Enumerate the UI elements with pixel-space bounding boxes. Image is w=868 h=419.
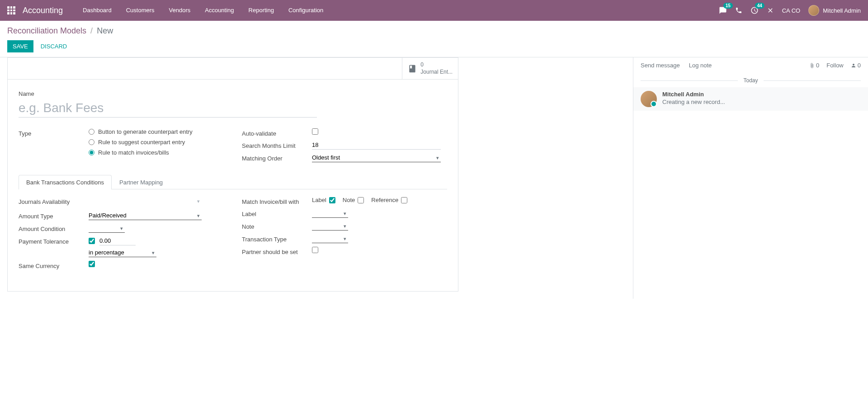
- payment-tolerance-label: Payment Tolerance: [19, 236, 89, 245]
- discard-button[interactable]: Discard: [35, 40, 73, 52]
- user-avatar: [808, 5, 819, 16]
- match-label-text: Label: [312, 197, 326, 203]
- notebook-tabs: Bank Transactions Conditions Partner Map…: [19, 175, 447, 189]
- type-radio-suggest[interactable]: [89, 139, 94, 145]
- payment-tolerance-checkbox[interactable]: [89, 238, 95, 244]
- nav-menu: Dashboard Customers Vendors Accounting R…: [75, 0, 330, 21]
- note-select[interactable]: [312, 221, 348, 231]
- nav-reporting[interactable]: Reporting: [241, 0, 281, 21]
- match-label-checkbox[interactable]: [329, 197, 335, 203]
- form-sheet: 0 Journal Ent... Name Type: [7, 57, 458, 292]
- match-note-checkbox[interactable]: [358, 197, 364, 203]
- nav-vendors[interactable]: Vendors: [162, 0, 198, 21]
- tab-bank-conditions[interactable]: Bank Transactions Conditions: [19, 175, 112, 189]
- messages-badge: 15: [723, 3, 733, 9]
- label-select[interactable]: [312, 209, 348, 218]
- breadcrumb: Reconciliation Models / New: [7, 26, 861, 36]
- type-label: Type: [19, 128, 89, 137]
- nav-configuration[interactable]: Configuration: [281, 0, 330, 21]
- date-separator: Today: [633, 73, 868, 87]
- match-reference-text: Reference: [371, 197, 398, 203]
- type-option-match[interactable]: Rule to match invoices/bills: [98, 149, 169, 156]
- navbar: Accounting Dashboard Customers Vendors A…: [0, 0, 868, 21]
- activities-icon[interactable]: 44: [750, 6, 759, 14]
- activities-badge: 44: [755, 3, 764, 9]
- matching-order-select[interactable]: Oldest first: [312, 153, 441, 162]
- transaction-type-label: Transaction Type: [242, 234, 312, 243]
- chatter-message: Mitchell Admin Creating a new record...: [633, 87, 868, 111]
- same-currency-checkbox[interactable]: [89, 261, 95, 267]
- amount-type-label: Amount Type: [19, 211, 89, 220]
- search-months-label: Search Months Limit: [242, 141, 312, 149]
- partner-set-checkbox[interactable]: [312, 247, 318, 253]
- follow-button[interactable]: Follow: [826, 62, 844, 69]
- transaction-type-select[interactable]: [312, 234, 348, 243]
- type-option-button[interactable]: Button to generate counterpart entry: [98, 128, 193, 135]
- user-name: Mitchell Admin: [823, 7, 861, 14]
- log-note-button[interactable]: Log note: [689, 62, 712, 69]
- journals-availability-input[interactable]: [89, 197, 202, 207]
- match-reference-checkbox[interactable]: [401, 197, 407, 203]
- matching-order-label: Matching Order: [242, 153, 312, 162]
- note-field-label: Note: [242, 221, 312, 230]
- type-radio-match[interactable]: [89, 150, 94, 155]
- stat-count: 0: [420, 61, 453, 69]
- search-months-input[interactable]: [312, 141, 441, 150]
- name-label: Name: [19, 90, 447, 97]
- chatter: Send message Log note 0 Follow 0 Today M…: [633, 57, 868, 299]
- stat-label: Journal Ent...: [420, 69, 453, 76]
- phone-icon[interactable]: [735, 7, 742, 14]
- user-menu[interactable]: Mitchell Admin: [808, 5, 861, 16]
- messages-icon[interactable]: 15: [719, 6, 727, 14]
- tab-partner-mapping[interactable]: Partner Mapping: [112, 175, 170, 189]
- match-note-text: Note: [343, 197, 355, 203]
- match-invoice-label: Match Invoice/bill with: [242, 197, 312, 205]
- apps-icon[interactable]: [7, 6, 15, 14]
- message-author: Mitchell Admin: [662, 91, 861, 98]
- nav-customers[interactable]: Customers: [119, 0, 162, 21]
- amount-condition-select[interactable]: [89, 224, 125, 233]
- nav-dashboard[interactable]: Dashboard: [75, 0, 119, 21]
- book-icon: [408, 64, 417, 73]
- nav-accounting[interactable]: Accounting: [198, 0, 241, 21]
- label-field-label: Label: [242, 209, 312, 217]
- amount-condition-label: Amount Condition: [19, 224, 89, 232]
- debug-icon[interactable]: [767, 7, 774, 14]
- send-message-button[interactable]: Send message: [641, 62, 680, 69]
- type-option-suggest[interactable]: Rule to suggest counterpart entry: [98, 139, 185, 146]
- auto-validate-checkbox[interactable]: [312, 128, 318, 135]
- amount-type-select[interactable]: Paid/Received: [89, 211, 202, 220]
- save-button[interactable]: Save: [7, 40, 33, 52]
- followers-button[interactable]: 0: [851, 62, 861, 69]
- auto-validate-label: Auto-validate: [242, 128, 312, 137]
- payment-tolerance-unit-select[interactable]: in percentage: [89, 248, 156, 257]
- type-radio-button[interactable]: [89, 129, 94, 135]
- message-avatar: [641, 91, 657, 107]
- breadcrumb-current: New: [97, 26, 113, 35]
- breadcrumb-parent[interactable]: Reconciliation Models: [7, 26, 86, 35]
- app-brand[interactable]: Accounting: [23, 6, 63, 15]
- payment-tolerance-value[interactable]: [99, 236, 136, 245]
- control-panel: Reconciliation Models / New Save Discard: [0, 21, 868, 57]
- company-selector[interactable]: CA CO: [782, 7, 800, 14]
- partner-set-label: Partner should be set: [242, 247, 312, 255]
- name-input[interactable]: [19, 99, 317, 118]
- same-currency-label: Same Currency: [19, 261, 89, 269]
- attachments-button[interactable]: 0: [809, 62, 819, 69]
- journal-entries-button[interactable]: 0 Journal Ent...: [402, 58, 458, 79]
- message-text: Creating a new record...: [662, 99, 861, 105]
- journals-availability-label: Journals Availability: [19, 197, 89, 205]
